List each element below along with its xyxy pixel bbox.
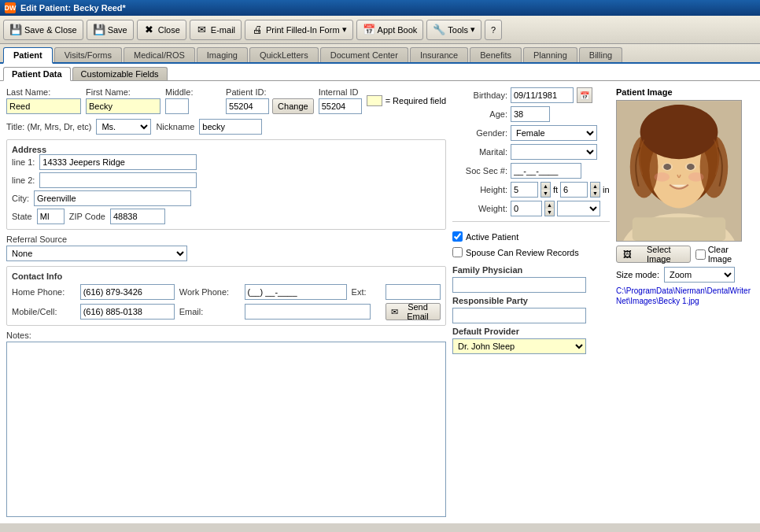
height-ft-spinner[interactable]: ▲ ▼	[540, 182, 551, 198]
address-line1-input[interactable]	[39, 154, 197, 170]
tab-planning[interactable]: Planning	[523, 47, 577, 62]
app-icon: DW	[5, 2, 16, 13]
patient-id-input[interactable]	[226, 98, 269, 114]
height-in-spinner[interactable]: ▲ ▼	[590, 182, 600, 198]
size-mode-select[interactable]: ZoomStretchCenter	[664, 267, 735, 283]
email-send-icon: ✉	[391, 307, 398, 317]
divider-1	[452, 221, 610, 222]
ext-input[interactable]	[386, 284, 441, 300]
soc-sec-row: Soc Sec #:	[452, 163, 610, 179]
state-zip-row: State ZIP Code	[12, 209, 441, 224]
close-button[interactable]: ✖ Close	[137, 20, 186, 40]
select-image-button[interactable]: 🖼 Select Image	[616, 246, 691, 263]
tab-insurance[interactable]: Insurance	[410, 47, 468, 62]
title-bar: DW Edit Patient: Becky Reed*	[0, 0, 760, 16]
tab-visits-forms[interactable]: Visits/Forms	[54, 47, 122, 62]
tab-billing[interactable]: Billing	[579, 47, 622, 62]
mobile-cell-input[interactable]	[80, 304, 175, 320]
patient-photo-svg	[617, 100, 741, 242]
age-input[interactable]	[511, 106, 550, 122]
tab-patient[interactable]: Patient	[3, 47, 53, 64]
title-bar-text: Edit Patient: Becky Reed*	[20, 3, 126, 13]
family-physician-input[interactable]	[452, 277, 586, 293]
height-in-up[interactable]: ▲	[591, 183, 600, 190]
contact-section: Contact Info Home Phone: Work Phone: Ext…	[6, 266, 446, 326]
req-field-row: = Required field	[367, 95, 446, 106]
city-input[interactable]	[34, 190, 191, 206]
weight-unit-select[interactable]	[557, 201, 600, 216]
gender-select[interactable]: FemaleMaleOther	[511, 125, 597, 141]
internal-id-input[interactable]	[319, 98, 362, 114]
svg-point-6	[640, 105, 718, 159]
default-provider-select[interactable]: Dr. John Sleep	[452, 338, 586, 354]
email-input[interactable]	[245, 304, 371, 320]
notes-textarea[interactable]	[6, 342, 446, 517]
referral-section: Referral Source None	[6, 235, 446, 261]
referral-select[interactable]: None	[6, 246, 187, 261]
print-form-button[interactable]: 🖨 Print Filled-In Form ▾	[245, 20, 353, 40]
state-input[interactable]	[37, 209, 65, 224]
nickname-input[interactable]	[199, 119, 262, 135]
middle-input[interactable]	[165, 98, 189, 114]
soc-sec-input[interactable]	[511, 163, 581, 179]
family-info-section: Family Physician Responsible Party Defau…	[452, 265, 610, 354]
birthday-input[interactable]	[511, 87, 574, 103]
save-close-button[interactable]: 💾 Save & Close	[3, 20, 83, 40]
save-button[interactable]: 💾 Save	[87, 20, 134, 40]
height-in-down[interactable]: ▼	[591, 190, 600, 197]
marital-select[interactable]: SingleMarriedDivorced	[511, 144, 597, 160]
spouse-review-checkbox[interactable]	[452, 247, 463, 257]
home-phone-input[interactable]	[80, 284, 175, 300]
tab-benefits[interactable]: Benefits	[470, 47, 522, 62]
line1-label: line 1:	[12, 157, 35, 167]
work-phone-input[interactable]	[245, 284, 347, 300]
zip-input[interactable]	[110, 209, 165, 224]
tools-icon: 🔧	[433, 24, 445, 36]
first-name-col: First Name:	[86, 87, 160, 114]
last-name-input[interactable]	[6, 98, 81, 114]
weight-row: Weight: ▲ ▼	[452, 201, 610, 216]
soc-sec-label: Soc Sec #:	[452, 166, 507, 175]
weight-label: Weight:	[452, 204, 507, 213]
sub-tabs: Patient Data Customizable Fields	[0, 64, 760, 81]
active-patient-checkbox[interactable]	[452, 231, 463, 242]
main-content: Last Name: First Name: Middle: Patient I…	[0, 81, 760, 523]
weight-down[interactable]: ▼	[545, 209, 554, 216]
svg-point-10	[685, 163, 696, 171]
address-line2-input[interactable]	[39, 172, 197, 188]
email-label: Email:	[179, 307, 240, 316]
ext-label: Ext:	[352, 287, 381, 297]
tab-medical-ros[interactable]: Medical/ROS	[124, 47, 195, 62]
sub-tab-customizable-fields[interactable]: Customizable Fields	[72, 67, 168, 80]
height-in-input[interactable]	[560, 182, 588, 198]
height-ft-up[interactable]: ▲	[541, 183, 550, 190]
height-ft-down[interactable]: ▼	[541, 190, 550, 197]
home-phone-label: Home Phone:	[12, 287, 76, 297]
birthday-picker-button[interactable]: 📅	[577, 87, 592, 103]
calendar-icon: 📅	[363, 24, 375, 36]
tab-document-center[interactable]: Document Center	[320, 47, 408, 62]
appt-book-button[interactable]: 📅 Appt Book	[356, 20, 424, 40]
age-label: Age:	[452, 109, 507, 119]
first-name-input[interactable]	[86, 98, 160, 114]
left-panel: Last Name: First Name: Middle: Patient I…	[6, 87, 446, 517]
sub-tab-patient-data[interactable]: Patient Data	[3, 67, 71, 81]
email-button[interactable]: ✉ E-mail	[190, 20, 242, 40]
title-select[interactable]: Ms.Mr.Mrs.Dr.	[96, 119, 151, 135]
clear-image-checkbox[interactable]	[695, 249, 706, 260]
patient-image-label: Patient Image	[616, 87, 754, 97]
help-button[interactable]: ?	[485, 20, 502, 40]
change-button[interactable]: Change	[272, 98, 314, 114]
line2-label: line 2:	[12, 175, 35, 185]
weight-up[interactable]: ▲	[545, 201, 554, 209]
send-email-button[interactable]: ✉ Send Email	[386, 303, 441, 320]
clear-image-label: Clear Image	[708, 245, 754, 264]
zip-label: ZIP Code	[69, 212, 105, 221]
responsible-party-input[interactable]	[452, 308, 586, 323]
tab-imaging[interactable]: Imaging	[197, 47, 248, 62]
tab-quick-letters[interactable]: QuickLetters	[249, 47, 319, 62]
weight-spinner[interactable]: ▲ ▼	[544, 201, 555, 216]
weight-input[interactable]	[511, 201, 542, 216]
height-ft-input[interactable]	[511, 182, 538, 198]
tools-button[interactable]: 🔧 Tools ▾	[426, 20, 481, 40]
